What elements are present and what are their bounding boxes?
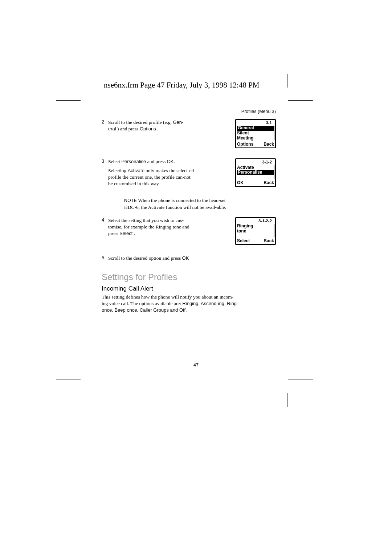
softkey-ok: OK — [237, 181, 244, 186]
step-text: Select the setting that you wish to cus-… — [108, 217, 195, 237]
frm-header: nse6nx.frm Page 47 Friday, July 3, 1998 … — [104, 81, 260, 90]
body-paragraph: This setting defines how the phone will … — [102, 294, 240, 314]
softkey-select: Select — [237, 239, 250, 244]
crop-line-br-v — [287, 393, 287, 407]
section-heading: Settings for Profiles — [102, 272, 276, 282]
crop-line-br-h — [288, 380, 313, 380]
note-text: NOTE When the phone is connected to the … — [124, 197, 237, 210]
profile-silent: Silent — [237, 131, 274, 136]
section-header: Profiles (Menu 3) — [241, 109, 276, 114]
crop-line-tl-h — [56, 100, 81, 101]
step-paragraph: Selecting Activate only makes the select… — [108, 167, 195, 187]
crop-line-bl-v — [81, 393, 81, 407]
sub-heading: Incoming Call Alert — [102, 285, 276, 292]
phone-screen-ringing: 3-1-2-2 Ringing tone Select Back — [235, 217, 276, 245]
step-text: Select Personalise and press OK. — [108, 158, 175, 165]
crop-line-tl-v — [81, 74, 81, 88]
crop-line-tr-h — [288, 100, 313, 101]
softkey-back: Back — [264, 142, 274, 147]
profile-general-selected: General — [237, 126, 274, 131]
phone-screen-options: 3-1-2 Activate Personalise OK Back — [235, 158, 276, 187]
option-personalise-selected: Personalise — [237, 170, 274, 175]
softkey-back: Back — [264, 239, 274, 244]
crop-line-bl-h — [56, 380, 81, 380]
step-number: 5 — [102, 255, 108, 260]
step-number: 2 — [102, 119, 108, 125]
profile-meeting: Meeting — [237, 136, 274, 141]
note-block: NOTE When the phone is connected to the … — [120, 197, 276, 210]
page-content: Profiles (Menu 3) 2 Scroll to the desire… — [102, 109, 276, 313]
softkey-options: Options — [237, 142, 253, 147]
phone-screen-profiles: 3-1 General Silent Meeting Options Back — [235, 119, 276, 148]
page-number: 47 — [193, 362, 199, 368]
option-activate: Activate — [237, 165, 274, 170]
step-text: Scroll to the desired option and press O… — [108, 255, 189, 262]
crop-line-tr-v — [287, 74, 287, 88]
step-number: 4 — [102, 217, 108, 223]
ringing-tone-label: Ringing — [237, 224, 274, 229]
softkey-back: Back — [264, 181, 274, 186]
step-text: Scroll to the desired profile (e.g. Gen-… — [108, 119, 183, 132]
ringing-tone-label2: tone — [237, 229, 274, 234]
step-number: 3 — [102, 158, 108, 164]
